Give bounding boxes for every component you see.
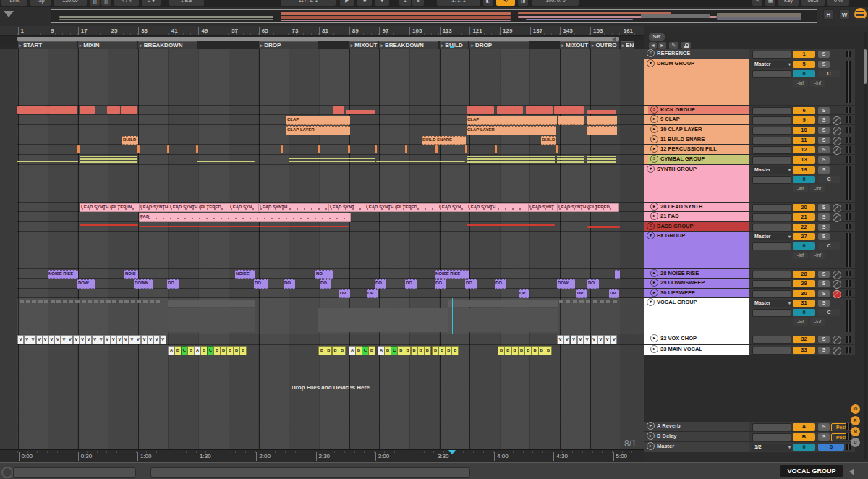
vocal-section-clip[interactable]: B [239,346,247,355]
status-field-mid[interactable] [150,467,470,478]
locator-build[interactable]: ▸BUILD [440,41,469,49]
track-number-badge[interactable]: 20 [793,204,815,211]
vox-clip[interactable]: V [591,335,597,344]
solo-button[interactable]: S [818,423,830,431]
lane-33-main-vocal[interactable]: ABCBABCBBBBBBBBBABCBABCBBBBBBBBBBBBBBBBB [17,345,644,355]
time-ruler[interactable]: 0:000:301:001:302:002:303:003:304:004:30… [0,449,644,462]
track-header-fx-group[interactable]: ▾FX GROUPMaster▾27S0C-inf-inf [644,232,855,268]
transport-control[interactable]: ||| [101,0,111,6]
solo-button[interactable]: S [818,233,830,240]
track-name[interactable]: ▾SYNTH GROUP [644,165,749,202]
track-number-badge[interactable]: 28 [793,271,815,278]
track-header-synth-group[interactable]: ▾SYNTH GROUPMaster▾19S0C-inf-inf [644,165,855,202]
arrangement-clip[interactable]: LEAD SYNTH (FILTERED [365,203,439,212]
transport-control[interactable]: MIDI [801,0,825,6]
arrangement-clip[interactable] [333,106,344,114]
arrangement-clip[interactable]: UP [339,289,350,298]
rename-field[interactable] [752,176,791,184]
solo-button[interactable]: S [818,290,830,297]
master-track[interactable]: ▸Master1/2▾00 [644,442,855,452]
lane-29-downsweep[interactable]: DOWDOWNDODODODODODODODODODOWDO [17,279,644,289]
lane-12-percussion-fill[interactable] [17,145,644,155]
arrangement-clip[interactable] [558,116,584,125]
loop-brace-bar[interactable] [17,37,619,41]
vox-clip[interactable]: V [122,335,129,344]
mixer-section-toggle-io[interactable]: IO [851,404,860,414]
transport-control[interactable]: ◧ [483,0,493,6]
rename-field[interactable] [752,423,791,431]
send-letter-badge[interactable]: A [793,423,815,431]
vocal-section-clip[interactable]: B [339,346,346,355]
rename-field[interactable] [752,271,791,279]
arrangement-clip[interactable]: NOISE RISE [48,270,78,279]
arrangement-clip[interactable]: NOISE [235,270,255,279]
transport-control[interactable]: ● [375,0,389,6]
solo-button[interactable]: S [818,271,830,278]
pan-knob-value[interactable]: 0 [793,309,815,316]
track-number-badge[interactable]: 19 [793,166,815,174]
rename-field[interactable] [752,70,791,78]
arrangement-clip[interactable]: NOISE RISE [435,270,469,279]
track-name[interactable]: ▾DRUM GROUP [644,59,749,105]
track-header-33-main-vocal[interactable]: ▸33 MAIN VOCAL33S [644,345,855,355]
arrangement-clip[interactable] [137,145,140,153]
track-header-cymbal-group[interactable]: ≡CYMBAL GROUP13S [644,155,855,164]
track-header-32-vox-chop[interactable]: ▸32 VOX CHOP32S [644,334,855,344]
track-header-kick-group[interactable]: ≡KICK GROUP6S [644,106,855,114]
lane-21-pad[interactable]: PAD [17,212,644,222]
track-header-12-percussion-fill[interactable]: ▸12 PERCUSSION FILL12S [644,145,855,154]
solo-button[interactable]: S [818,224,830,231]
vox-clip[interactable]: V [141,335,148,344]
vox-clip[interactable]: V [604,335,610,344]
arrangement-clip[interactable] [80,156,137,164]
prev-locator-button[interactable]: ◄ [649,42,657,49]
arrangement-clip[interactable]: LEAD SYNTH [139,203,170,212]
arrangement-clip[interactable]: DO [435,279,446,289]
track-play-icon[interactable]: ▸ [650,334,658,342]
arrangement-clip[interactable]: UP [609,289,619,298]
rename-field[interactable] [752,156,791,164]
arrangement-clip[interactable]: DO [465,279,477,289]
rename-field[interactable] [752,116,791,124]
track-play-icon[interactable]: ▸ [647,432,655,440]
locator-end[interactable]: ▸END [621,41,634,49]
lane-32-vox-chop[interactable]: VVVVVVVVVVVVVVVVVVVVVVVVVVVVVVVVV [17,334,644,345]
vocal-section-clip[interactable]: B [545,346,552,355]
rename-field[interactable] [752,309,791,317]
track-number-badge[interactable]: 5 [793,61,815,68]
return-track-name[interactable]: ▸A Reverb [644,422,749,431]
rename-field[interactable] [752,347,791,355]
arrangement-clip[interactable]: DO [284,279,295,289]
arrangement-clip[interactable] [167,145,169,153]
device-activator-icon[interactable] [833,280,841,289]
solo-button[interactable]: S [818,213,830,221]
device-activator-icon[interactable] [833,146,841,155]
mixer-section-toggle-r[interactable]: R [851,416,860,425]
arrangement-clip[interactable] [281,145,283,153]
lane-9-clap[interactable]: CLAPCLAP [17,115,644,125]
vocal-section-clip[interactable]: B [325,346,332,355]
pan-center-indicator[interactable]: C [818,70,840,77]
arrangement-clip[interactable]: LEAD SYN [438,203,467,212]
track-name[interactable]: ▸33 MAIN VOCAL [648,345,749,355]
vocal-section-clip[interactable]: B [404,346,411,355]
track-header-9-clap[interactable]: ▸9 CLAP9S [644,115,855,124]
track-header-21-pad[interactable]: ▸21 PAD21S [644,212,855,221]
track-play-icon[interactable]: ▸ [650,345,658,353]
transport-control[interactable]: ▦ [765,0,775,6]
lane-bass-group[interactable] [17,222,644,232]
arrangement-clip[interactable] [197,161,255,162]
rename-field[interactable] [752,242,791,250]
vox-clip[interactable]: V [73,335,80,344]
arrangement-clip[interactable]: PAD [139,213,351,222]
track-number-badge[interactable]: 31 [793,300,815,307]
arrangement-clip[interactable]: LEAD SYNTH [258,203,330,212]
pan-knob-value[interactable]: 0 [793,176,815,183]
master-track-name[interactable]: ▸Master [644,442,749,452]
rename-field[interactable] [752,51,791,59]
track-number-badge[interactable]: 22 [793,224,815,231]
solo-button[interactable]: S [818,156,830,164]
rename-field[interactable] [752,107,791,115]
track-header-29-downsweep[interactable]: ▸29 DOWNSWEEP29S [644,279,855,288]
track-number-badge[interactable]: 30 [793,290,815,297]
